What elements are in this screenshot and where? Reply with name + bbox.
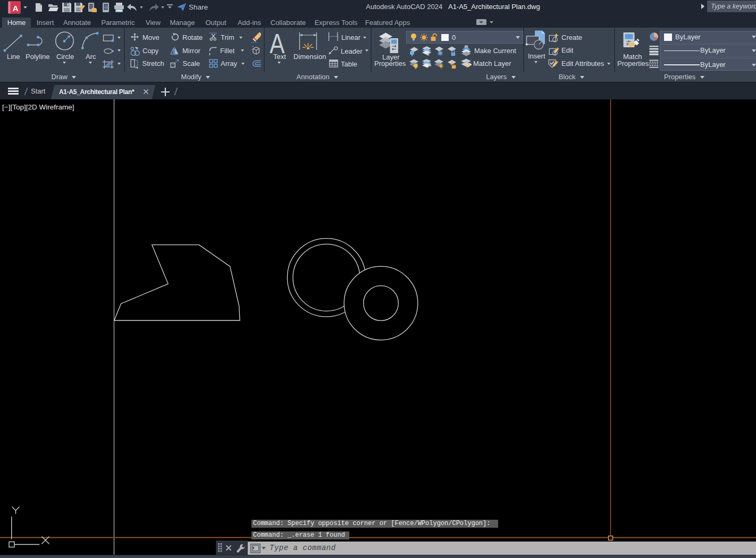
svg-text:A: A: [12, 4, 18, 13]
